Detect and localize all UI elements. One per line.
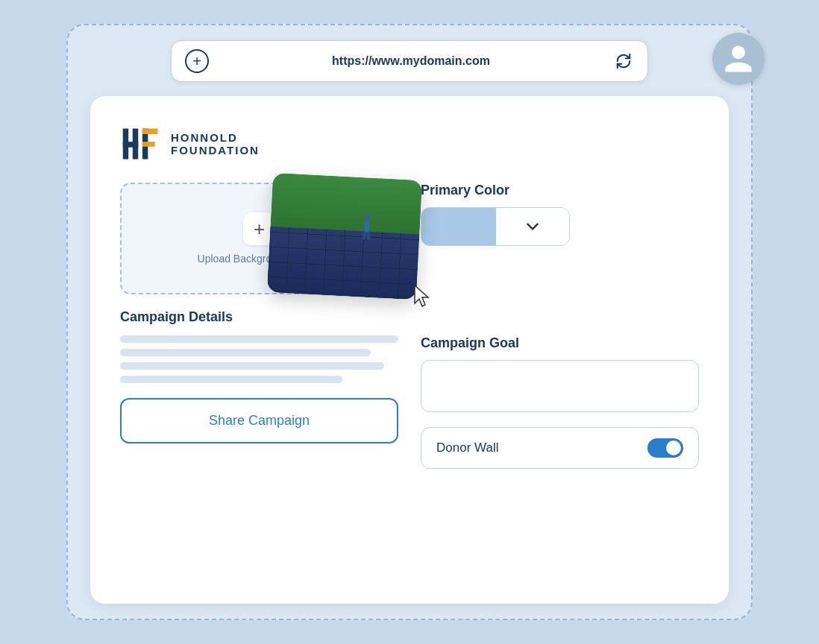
main-card: HONNOLD FOUNDATION + Upload Background I…: [90, 96, 729, 604]
browser-bar: + https://www.mydomain.com: [171, 40, 648, 82]
logo-name-line1: HONNOLD: [171, 131, 260, 144]
share-campaign-button[interactable]: Share Campaign: [120, 398, 398, 443]
campaign-goal-section: Campaign Goal: [421, 335, 699, 412]
svg-rect-4: [142, 128, 158, 133]
svg-rect-2: [133, 128, 138, 159]
logo-text: HONNOLD FOUNDATION: [171, 131, 260, 157]
donor-wall-row: Donor Wall: [421, 427, 699, 469]
avatar[interactable]: [712, 33, 765, 85]
new-tab-icon[interactable]: +: [185, 49, 209, 73]
upload-area[interactable]: + Upload Background Image: [120, 183, 398, 294]
campaign-goal-label: Campaign Goal: [421, 335, 699, 351]
color-dropdown-button[interactable]: [496, 208, 569, 245]
spacer: [421, 261, 699, 321]
cursor-icon: [410, 284, 434, 308]
logo-icon: [120, 123, 162, 165]
photo-image: [267, 173, 422, 300]
campaign-details-section: Campaign Details: [120, 309, 398, 383]
campaign-goal-input[interactable]: [421, 360, 699, 412]
color-swatch[interactable]: [421, 208, 496, 245]
svg-rect-7: [364, 221, 369, 233]
color-picker[interactable]: [421, 207, 570, 246]
photo-card: [267, 173, 422, 300]
outer-frame: + https://www.mydomain.com: [66, 24, 753, 620]
text-line-2: [120, 349, 371, 356]
refresh-icon[interactable]: [613, 51, 634, 72]
donor-wall-toggle[interactable]: [647, 438, 683, 458]
donor-wall-label: Donor Wall: [436, 441, 498, 455]
url-bar[interactable]: https://www.mydomain.com: [209, 54, 613, 68]
text-line-3: [120, 362, 384, 370]
text-line-4: [120, 376, 342, 383]
toggle-knob: [666, 441, 681, 455]
campaign-details-title: Campaign Details: [120, 309, 398, 325]
campaign-text-lines: [120, 335, 398, 383]
primary-color-label: Primary Color: [421, 183, 699, 198]
primary-color-section: Primary Color: [421, 183, 699, 246]
svg-rect-8: [363, 232, 366, 239]
text-line-1: [120, 335, 398, 343]
svg-point-6: [364, 215, 370, 221]
svg-rect-5: [142, 142, 155, 147]
logo-area: HONNOLD FOUNDATION: [120, 123, 699, 165]
logo-name-line2: FOUNDATION: [171, 144, 260, 157]
svg-rect-9: [367, 233, 371, 240]
